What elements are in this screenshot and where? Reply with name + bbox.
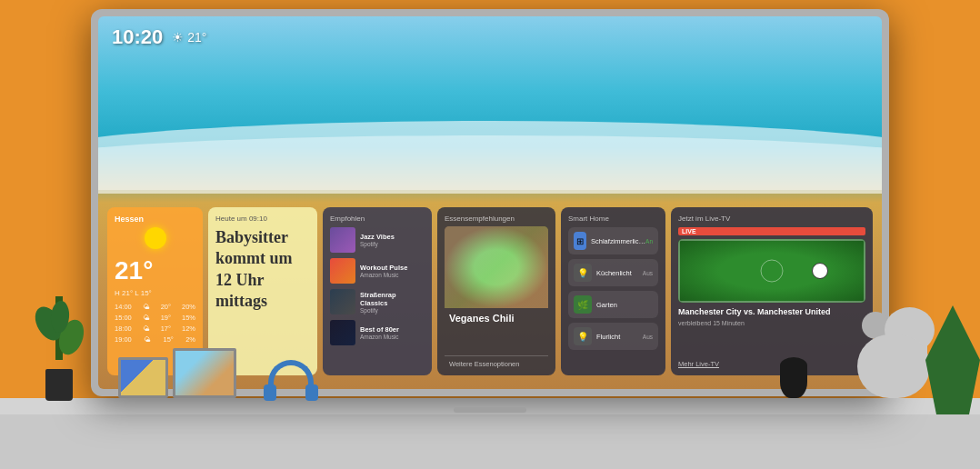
weather-row: 14:00🌤20°20% [115,303,195,311]
music-name-1: Jazz Vibes [360,233,395,241]
livetv-time-info: verbleibend 15 Minuten [678,320,865,326]
music-thumb-2 [330,258,355,284]
tv-stand [454,407,526,413]
smarthome-label-2: Küchenlicht [596,269,643,277]
empfohlen-title: Empfohlen [330,215,425,223]
music-name-4: Best of 80er [360,325,399,334]
tv-screen: 10:20 ☀ 21° Hessen 21° H 21° L 15° 14:00… [98,16,882,389]
smarthome-item-3[interactable]: 🌿 Garten [568,291,658,318]
note-text: Babysitter kommt um 12 Uhr mittags [215,227,310,313]
weather-region: Hessen [115,215,195,224]
livetv-title: Jetzt im Live-TV [678,215,865,223]
smarthome-label-4: Flurlicht [596,333,643,341]
music-source-2: Amazon Music [360,272,407,278]
music-source-3: Spotify [360,307,425,314]
smarthome-status-1: An [645,238,653,244]
music-item-1[interactable]: Jazz Vibes Spotify [330,227,425,253]
music-name-3: Straßenrap Classics [360,291,425,307]
live-badge: LIVE [678,227,865,235]
music-thumb-3 [330,289,355,314]
soccer-ball-icon [812,263,828,279]
music-thumb-4 [330,320,355,345]
music-source-4: Amazon Music [360,334,399,340]
picture-frames [118,348,236,398]
music-thumb-1 [330,227,355,253]
weather-rows: 14:00🌤20°20% 15:00🌤19°15% 18:00🌤17°12% 1… [115,303,195,346]
food-more-link[interactable]: Weitere Essenoptionen [445,355,548,368]
smarthome-label-3: Garten [596,301,653,309]
livetv-more-link[interactable]: Mehr Live-TV [678,360,865,368]
tv-time: 10:20 [112,25,163,49]
smarthome-status-2: Aus [643,270,653,276]
smarthome-icon-1: ⊞ [574,232,586,250]
food-image [445,226,548,308]
weather-temp-range: H 21° L 15° [115,289,195,297]
weather-row: 15:00🌤19°15% [115,314,195,322]
plant-left [36,296,82,401]
smarthome-icon-2: 💡 [574,264,592,282]
food-header: Essensempfehlungen [445,215,548,223]
smarthome-item-2[interactable]: 💡 Küchenlicht Aus [568,259,658,286]
food-card[interactable]: Essensempfehlungen Veganes Chili Weitere… [437,207,555,375]
music-source-1: Spotify [360,241,395,247]
cards-container: Hessen 21° H 21° L 15° 14:00🌤20°20% 15:0… [107,122,873,375]
music-item-4[interactable]: Best of 80er Amazon Music [330,320,425,345]
smarthome-icon-4: 💡 [574,327,592,345]
elephant-toy [853,307,935,398]
room-floor [0,414,980,469]
food-dish-name: Veganes Chili [445,313,548,324]
tv-weather-display: ☀ 21° [172,30,206,45]
livetv-image [678,239,865,303]
smarthome-label-1: Schlafzimmerlic… [591,237,645,245]
note-header: Heute um 09:10 [215,215,310,223]
weather-row: 19:00🌤15°2% [115,335,195,344]
headphones [264,355,318,401]
music-info-4: Best of 80er Amazon Music [360,325,399,340]
livetv-match: Manchester City vs. Manchester United [678,307,865,318]
smarthome-title: Smart Home [568,215,658,223]
music-info-1: Jazz Vibes Spotify [360,233,395,247]
vase [780,357,807,398]
music-item-2[interactable]: Workout Pulse Amazon Music [330,258,425,284]
smarthome-icon-3: 🌿 [574,295,592,314]
weather-temp: 21° [115,256,195,285]
weather-row: 18:00🌤17°12% [115,324,195,333]
livetv-card[interactable]: Jetzt im Live-TV LIVE Manchester City vs… [671,207,873,375]
music-item-3[interactable]: Straßenrap Classics Spotify [330,289,425,314]
music-info-2: Workout Pulse Amazon Music [360,264,407,278]
smarthome-card[interactable]: Smart Home ⊞ Schlafzimmerlic… An 💡 Küche… [561,207,665,375]
smarthome-item-4[interactable]: 💡 Flurlicht Aus [568,323,658,350]
tv-topbar: 10:20 ☀ 21° [112,25,206,49]
weather-sun-icon [145,227,166,249]
music-info-3: Straßenrap Classics Spotify [360,291,425,314]
smarthome-item-1[interactable]: ⊞ Schlafzimmerlic… An [568,227,658,254]
smarthome-status-4: Aus [643,334,653,340]
music-name-2: Workout Pulse [360,264,407,272]
empfohlen-card[interactable]: Empfohlen Jazz Vibes Spotify Workout Pul… [323,207,432,375]
tv-outer: 10:20 ☀ 21° Hessen 21° H 21° L 15° 14:00… [91,9,889,396]
frame-large [173,348,236,398]
frame-small [118,357,168,398]
plant-right [925,305,980,414]
